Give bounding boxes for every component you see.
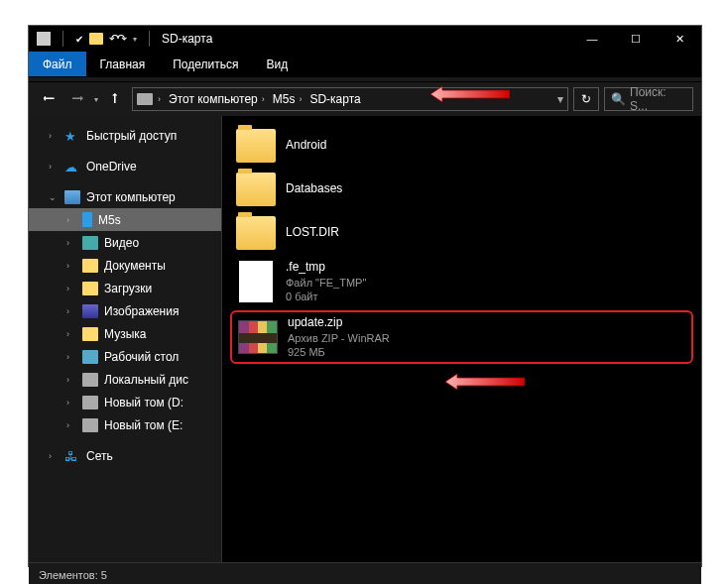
nav-forward-button[interactable]: 🠖 bbox=[65, 87, 89, 111]
star-icon: ★ bbox=[64, 129, 80, 143]
sidebar-item-local-disk[interactable]: ›Локальный дис bbox=[29, 368, 221, 391]
sidebar-item-this-pc[interactable]: ⌄Этот компьютер bbox=[29, 185, 221, 208]
qat-dropdown-icon[interactable]: ▾ bbox=[133, 35, 137, 44]
status-elements-label: Элементов: bbox=[39, 569, 98, 581]
qat-folder-icon[interactable] bbox=[89, 33, 103, 45]
nav-up-button[interactable]: 🠕 bbox=[103, 87, 127, 111]
address-bar[interactable]: › Этот компьютер› M5s› SD-карта ▾ bbox=[132, 87, 568, 111]
tab-home[interactable]: Главная bbox=[86, 52, 160, 76]
drive-icon bbox=[137, 93, 153, 105]
drive-icon bbox=[82, 418, 98, 432]
sidebar-item-video[interactable]: ›Видео bbox=[29, 231, 221, 254]
sidebar-item-quick-access[interactable]: ›★Быстрый доступ bbox=[29, 124, 221, 147]
folder-icon bbox=[82, 350, 98, 364]
folder-icon bbox=[236, 173, 276, 206]
cloud-icon: ☁ bbox=[64, 160, 80, 174]
undo-redo-icon[interactable]: ↶↷ bbox=[109, 32, 125, 46]
status-bar: Элементов: 5 bbox=[29, 562, 701, 584]
sidebar-item-downloads[interactable]: ›Загрузки bbox=[29, 277, 221, 299]
refresh-button[interactable]: ↻ bbox=[573, 87, 599, 111]
title-bar: ✔ ↶↷ ▾ SD-карта — ☐ ✕ bbox=[29, 26, 701, 52]
app-icon bbox=[37, 32, 51, 46]
file-icon bbox=[239, 261, 273, 302]
folder-lostdir[interactable]: LOST.DIR bbox=[230, 213, 693, 253]
sidebar-item-desktop[interactable]: ›Рабочий стол bbox=[29, 345, 221, 368]
folder-icon bbox=[236, 216, 276, 250]
folder-icon bbox=[236, 129, 276, 163]
sidebar-item-m5s[interactable]: ›M5s bbox=[29, 208, 221, 231]
sidebar-item-music[interactable]: ›Музыка bbox=[29, 322, 221, 345]
breadcrumb-chevron[interactable]: › bbox=[155, 94, 164, 104]
minimize-button[interactable]: — bbox=[570, 26, 614, 52]
sidebar-item-documents[interactable]: ›Документы bbox=[29, 254, 221, 277]
phone-icon bbox=[82, 212, 92, 227]
file-list: Android Databases LOST.DIR .fe_tmp Файл … bbox=[222, 116, 701, 562]
file-update-zip[interactable]: update.zip Архив ZIP - WinRAR 925 МБ bbox=[236, 315, 687, 359]
pc-icon bbox=[64, 190, 80, 204]
search-icon: 🔍 bbox=[611, 92, 626, 106]
folder-icon bbox=[82, 236, 98, 250]
maximize-button[interactable]: ☐ bbox=[614, 26, 658, 52]
address-dropdown-icon[interactable]: ▾ bbox=[557, 92, 563, 106]
annotation-arrow bbox=[445, 372, 525, 392]
drive-icon bbox=[82, 396, 98, 409]
folder-icon bbox=[82, 327, 98, 341]
network-icon: 🖧 bbox=[64, 449, 80, 463]
status-elements-count: 5 bbox=[101, 569, 107, 581]
navigation-pane: ›★Быстрый доступ ›☁OneDrive ⌄Этот компью… bbox=[29, 116, 222, 562]
ribbon-tabs: Файл Главная Поделиться Вид bbox=[29, 52, 701, 77]
address-row: 🠔 🠖 ▾ 🠕 › Этот компьютер› M5s› SD-карта … bbox=[29, 82, 701, 116]
sidebar-item-network[interactable]: ›🖧Сеть bbox=[29, 444, 221, 467]
search-input[interactable]: 🔍 Поиск: S... bbox=[604, 87, 693, 111]
breadcrumb-sd[interactable]: SD-карта bbox=[306, 92, 363, 106]
folder-icon bbox=[82, 282, 98, 295]
tab-file[interactable]: Файл bbox=[29, 52, 86, 76]
qat-check-icon[interactable]: ✔ bbox=[75, 34, 83, 45]
folder-android[interactable]: Android bbox=[230, 126, 693, 166]
nav-back-button[interactable]: 🠔 bbox=[37, 87, 61, 111]
tab-view[interactable]: Вид bbox=[252, 52, 302, 76]
sidebar-item-new-vol-e[interactable]: ›Новый том (E: bbox=[29, 413, 221, 436]
drive-icon bbox=[82, 373, 98, 387]
folder-icon bbox=[82, 259, 98, 273]
sidebar-item-new-vol-d[interactable]: ›Новый том (D: bbox=[29, 391, 221, 413]
search-placeholder: Поиск: S... bbox=[630, 85, 686, 113]
window-title: SD-карта bbox=[162, 32, 212, 46]
archive-icon bbox=[238, 320, 278, 354]
close-button[interactable]: ✕ bbox=[658, 26, 701, 52]
breadcrumb-pc[interactable]: Этот компьютер› bbox=[166, 92, 268, 106]
highlight-box: update.zip Архив ZIP - WinRAR 925 МБ bbox=[230, 310, 693, 364]
folder-databases[interactable]: Databases bbox=[230, 170, 693, 209]
sidebar-item-pictures[interactable]: ›Изображения bbox=[29, 299, 221, 322]
tab-share[interactable]: Поделиться bbox=[159, 52, 252, 76]
pictures-icon bbox=[82, 304, 98, 318]
svg-marker-1 bbox=[445, 374, 525, 390]
sidebar-item-onedrive[interactable]: ›☁OneDrive bbox=[29, 155, 221, 177]
file-fetmp[interactable]: .fe_tmp Файл "FE_TMP" 0 байт bbox=[230, 257, 693, 306]
nav-history-dropdown[interactable]: ▾ bbox=[94, 95, 98, 104]
breadcrumb-m5s[interactable]: M5s› bbox=[270, 92, 305, 106]
